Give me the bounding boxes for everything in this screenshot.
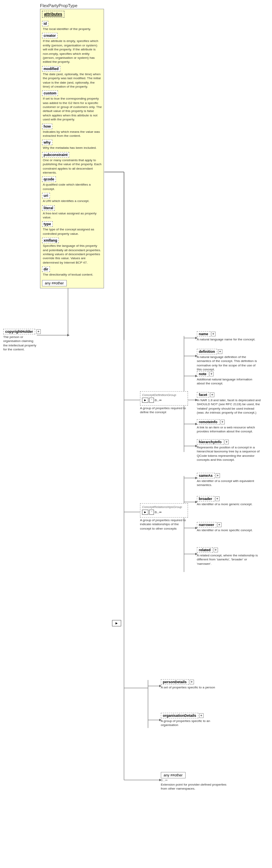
any-other-bottom-label: any ##other <box>161 772 186 778</box>
concept-def-connector1: ► <box>142 398 148 403</box>
attr-creator: creator If the attribute is empty, speci… <box>42 33 102 64</box>
el-broader-icon: + <box>215 496 220 501</box>
element-name-group: name + A natural language name for the c… <box>197 331 255 342</box>
el-narrower-icon: + <box>217 522 222 527</box>
concept-def-desc: A group of properties required to define… <box>140 406 188 415</box>
element-facet-group: facet + In NAR 1.8 and later, facet is d… <box>197 392 261 415</box>
copyright-holder-group: copyrightHolder + The person or organisa… <box>3 329 38 352</box>
attr-dir-name: dir <box>42 266 50 272</box>
el-name-label: name <box>197 331 210 337</box>
el-sameas-label: sameAs <box>197 473 215 478</box>
attr-custom-desc: If set to true the corresponding propert… <box>42 97 102 122</box>
attr-why: why Why the metadata has been included. <box>42 140 102 150</box>
attr-qcode-desc: A qualified code which identifies a conc… <box>42 183 102 191</box>
any-other-label: any ##other <box>42 280 67 286</box>
attr-literal-desc: A free-text value assigned as property v… <box>42 212 102 220</box>
attr-qcode-name: qcode <box>42 176 56 182</box>
el-hierarchyinfo-icon: + <box>224 440 229 444</box>
el-sameas-desc: An identifier of a concept with equivale… <box>197 479 261 488</box>
el-narrower-label: narrower <box>197 522 216 528</box>
el-persondetails-label: personDetails <box>161 679 189 685</box>
attr-how: how Indicates by which means the value w… <box>42 124 102 138</box>
svg-marker-29 <box>67 334 70 336</box>
attr-id: id The local identifier of the property. <box>42 21 102 31</box>
element-persondetails-group: personDetails + A set of properties spec… <box>161 679 215 690</box>
attr-literal: literal A free-text value assigned as pr… <box>42 205 102 220</box>
el-facet-icon: + <box>210 392 214 397</box>
attr-creator-desc: If the attribute is empty, specifies whi… <box>42 39 102 64</box>
el-note-label: note <box>197 371 208 377</box>
attr-why-desc: Why the metadata has been included. <box>42 146 102 150</box>
el-orgdetails-desc: A group of properties specific to an org… <box>161 719 225 728</box>
el-persondetails-icon: + <box>190 680 194 684</box>
el-facet-label: facet <box>197 392 209 398</box>
copyright-holder-box: copyrightHolder + <box>3 329 38 334</box>
any-other-bottom-desc: Extension point for provider-defined pro… <box>161 783 233 791</box>
attr-dir-desc: The directionality of textual content. <box>42 273 102 277</box>
el-related-label: related <box>197 547 213 553</box>
attr-xmllang-desc: Specifies the language of this property … <box>42 244 102 265</box>
attr-uri-desc: A URI which identifies a concept. <box>42 199 102 203</box>
el-related-icon: + <box>214 548 218 552</box>
el-orgdetails-icon: + <box>199 713 204 718</box>
concept-definition-group: ConceptDefinitionGroup ► ⁻ 0...∞ A group… <box>140 391 188 415</box>
attr-pubconstraint-desc: One or many constraints that apply to pu… <box>42 158 102 175</box>
el-narrower-desc: An identifier of a more specific concept… <box>197 528 253 532</box>
attr-xmllang-name: xmllang <box>42 238 59 243</box>
el-definition-icon: + <box>218 349 222 354</box>
copyright-holder-name: copyrightHolder <box>3 329 35 334</box>
attr-why-name: why <box>42 140 52 145</box>
attr-pubconstraint: pubconstraint One or many constraints th… <box>42 152 102 175</box>
attr-literal-name: literal <box>42 205 55 211</box>
element-note-group: note + Additional natural language infor… <box>197 371 261 386</box>
el-sameas-icon: + <box>216 473 220 478</box>
attr-modified-desc: The date (and, optionally, the time) whe… <box>42 72 102 89</box>
concept-def-connector2: ⁻ <box>149 398 154 403</box>
attr-qcode: qcode A qualified code which identifies … <box>42 176 102 191</box>
el-facet-desc: In NAR 1.8 and later, facet is deprecate… <box>197 398 261 415</box>
attr-modified-name: modified <box>42 66 60 72</box>
attr-custom: custom If set to true the corresponding … <box>42 90 102 122</box>
copyright-holder-icon: + <box>36 329 41 334</box>
element-hierarchyinfo-group: hierarchyInfo + Represents the position … <box>197 439 261 462</box>
concept-rel-desc: A group of properties required to indica… <box>140 518 188 531</box>
attributes-box: attributes id The local identifier of th… <box>40 9 104 288</box>
el-broader-label: broader <box>197 496 214 502</box>
el-name-icon: + <box>211 332 216 336</box>
element-orgdetails-group: organisationDetails + A group of propert… <box>161 713 225 728</box>
el-name-desc: A natural language name for the concept. <box>197 338 255 342</box>
any-other-bottom-group: any ##other 0...∞ Extension point for pr… <box>161 772 233 791</box>
attr-dir: dir The directionality of textual conten… <box>42 266 102 277</box>
attr-id-desc: The local identifier of the property. <box>42 27 102 31</box>
attr-type: type The type of the concept assigned as… <box>42 221 102 236</box>
attr-id-name: id <box>42 21 48 26</box>
el-broader-desc: An identifier of a more generic concept. <box>197 502 252 506</box>
el-remoteinfo-icon: + <box>220 420 225 424</box>
any-other-bottom-mult: 0...∞ <box>161 778 233 782</box>
el-note-desc: Additional natural language information … <box>197 378 261 386</box>
element-definition-group: definition + A natural language definiti… <box>197 349 261 372</box>
concept-def-label: ConceptDefinitionGroup <box>142 393 186 397</box>
concept-rel-connector1: ► <box>142 510 148 515</box>
diagram-container: FlexPartyPropType attributes id The loca… <box>0 0 272 868</box>
attr-how-name: how <box>42 124 52 129</box>
attr-type-desc: The type of the concept assigned as cont… <box>42 228 102 236</box>
attr-custom-name: custom <box>42 90 58 96</box>
el-persondetails-desc: A set of properties specific to a person <box>161 686 215 690</box>
el-definition-label: definition <box>197 349 217 354</box>
el-orgdetails-label: organisationDetails <box>161 713 198 718</box>
concept-rel-mult: 0...∞ <box>155 510 162 514</box>
element-narrower-group: narrower + An identifier of a more speci… <box>197 522 253 532</box>
attr-how-desc: Indicates by which means the value was e… <box>42 130 102 138</box>
el-related-desc: A related concept, where the relationshi… <box>197 554 261 566</box>
attributes-header: attributes <box>42 11 64 18</box>
el-hierarchyinfo-desc: Represents the position of a concept in … <box>197 446 261 462</box>
mid-connector-box: ► <box>112 620 121 626</box>
element-related-group: related + A related concept, where the r… <box>197 547 261 566</box>
el-remoteinfo-desc: A link to an item or a web resource whic… <box>197 426 261 434</box>
attr-type-name: type <box>42 221 53 227</box>
element-sameas-group: sameAs + An identifier of a concept with… <box>197 473 261 488</box>
diagram-title: FlexPartyPropType <box>40 3 78 8</box>
attr-uri-name: uri <box>42 193 50 198</box>
el-definition-desc: A natural language definition of the sem… <box>197 355 261 372</box>
